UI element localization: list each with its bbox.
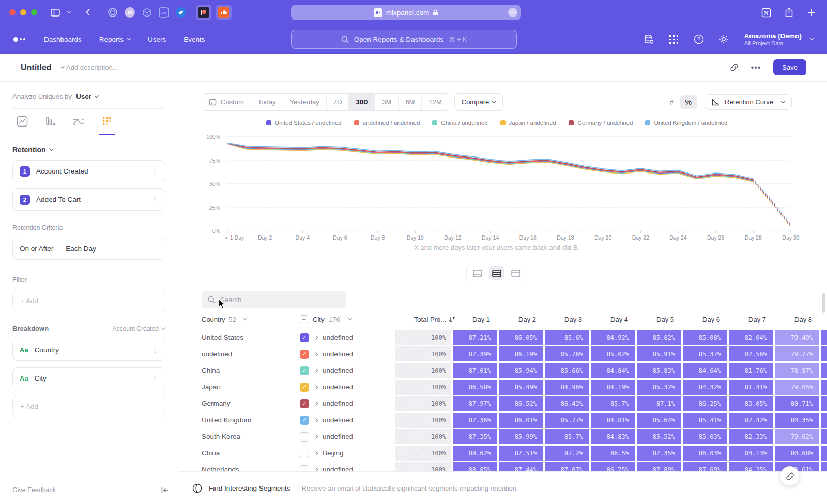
nav-item-dashboards[interactable]: Dashboards	[44, 36, 82, 43]
retention-day-cell[interactable]: 80.35%	[775, 413, 819, 428]
row-checkbox-checked[interactable]: ✓	[300, 416, 309, 425]
range-button-6m[interactable]: 6M	[399, 94, 422, 110]
analyze-value-dropdown[interactable]: User	[76, 92, 98, 100]
legend-item[interactable]: Germany / undefined	[569, 120, 633, 126]
day-column-header[interactable]: Day 7	[735, 316, 779, 323]
minimize-window-button[interactable]	[20, 9, 26, 15]
add-filter-button[interactable]: + Add	[12, 290, 165, 311]
step-options-icon[interactable]: ⋮	[151, 196, 158, 203]
day-column-header[interactable]: Day 1	[459, 316, 503, 323]
legend-item[interactable]: Japan / undefined	[500, 120, 556, 126]
day-column-header[interactable]: Day 3	[551, 316, 595, 323]
extension-m-icon[interactable]: m	[124, 6, 136, 19]
day-column-header[interactable]: Day 8	[781, 316, 825, 323]
row-city-cell[interactable]: undefined	[300, 429, 393, 444]
retention-day-cell[interactable]: 87.39%	[453, 346, 497, 361]
select-all-checkbox[interactable]: –	[300, 315, 308, 323]
retention-day-cell[interactable]: 86.03%	[683, 446, 727, 461]
retention-day-cell[interactable]: 82.33%	[729, 429, 773, 444]
retention-day-cell[interactable]: 86.01%	[499, 413, 543, 428]
retention-day-cell[interactable]: 85.66%	[545, 363, 589, 378]
range-button-yesterday[interactable]: Yesterday	[283, 94, 327, 110]
retention-day-cell[interactable]: 84.81%	[591, 413, 635, 428]
tab-retention[interactable]	[100, 109, 114, 135]
share-link-fab[interactable]	[780, 466, 800, 486]
tab-patreon-icon[interactable]	[196, 5, 211, 20]
more-options-icon[interactable]: •••	[751, 63, 761, 72]
chart-plot-area[interactable]	[225, 136, 793, 235]
row-city-cell[interactable]: Beijing	[300, 446, 393, 461]
retention-day-cell[interactable]: 85.6%	[545, 330, 589, 345]
retention-day-cell[interactable]: 84.19%	[591, 380, 635, 395]
compare-button[interactable]: Compare	[454, 93, 503, 111]
expand-row-icon[interactable]	[314, 352, 318, 356]
retention-step-card[interactable]: 1Account Created⋮	[12, 160, 165, 182]
segments-footer-title[interactable]: Find Interesting Segments	[209, 484, 290, 492]
retention-day-cell[interactable]: 85.82%	[637, 330, 681, 345]
retention-day-cell[interactable]: 85.02%	[591, 346, 635, 361]
retention-day-cell[interactable]: 79.05%	[775, 380, 819, 395]
retention-day-cell[interactable]: 86.25%	[683, 396, 727, 411]
legend-item[interactable]: United States / undefined	[266, 120, 342, 126]
help-icon[interactable]: ?	[693, 33, 705, 45]
close-window-button[interactable]	[9, 9, 16, 15]
row-city-cell[interactable]: ✓undefined	[300, 363, 393, 378]
retention-day-cell[interactable]: 87.2%	[545, 446, 589, 461]
extension-target-icon[interactable]	[106, 6, 119, 19]
retention-day-cell[interactable]: 82.04%	[729, 330, 773, 345]
expand-row-icon[interactable]	[314, 418, 318, 422]
retention-day-cell[interactable]: 88.62%	[453, 446, 497, 461]
retention-day-cell[interactable]: 87.1%	[637, 396, 681, 411]
retention-day-cell[interactable]: 85.7%	[545, 429, 589, 444]
retention-day-cell[interactable]: 84.64%	[683, 363, 727, 378]
retention-day-cell[interactable]: 85.08%	[683, 330, 727, 345]
new-tab-icon[interactable]	[805, 6, 818, 19]
retention-day-cell[interactable]: 87.35%	[637, 446, 681, 461]
collapse-sidebar-icon[interactable]	[161, 487, 169, 493]
row-checkbox-unchecked[interactable]	[300, 432, 309, 442]
row-checkbox-checked[interactable]: ✓	[300, 399, 309, 408]
retention-day-cell[interactable]: 85.03%	[683, 429, 727, 444]
day-column-header[interactable]: Day 5	[643, 316, 687, 323]
city-column-header[interactable]: – City176	[300, 315, 393, 323]
retention-day-cell[interactable]: 85.76%	[545, 346, 589, 361]
tab-flows[interactable]	[71, 109, 86, 135]
range-button-30d[interactable]: 30D	[349, 94, 375, 110]
retention-day-cell[interactable]: 80.71%	[775, 396, 819, 411]
breakdown-scope-dropdown[interactable]: Account Created	[113, 325, 165, 333]
retention-day-cell[interactable]: 85.37%	[683, 346, 727, 361]
mixpanel-logo[interactable]	[13, 37, 25, 42]
expand-row-icon[interactable]	[314, 451, 318, 455]
nav-item-reports[interactable]: Reports	[99, 36, 130, 43]
tab-dropdown-chevron-icon[interactable]	[66, 6, 72, 19]
table-search-input[interactable]	[220, 296, 324, 304]
copy-link-icon[interactable]	[730, 63, 739, 72]
row-checkbox-checked[interactable]: ✓	[300, 366, 309, 375]
day-column-header[interactable]: Day 4	[597, 316, 641, 323]
view-table-only-button[interactable]	[509, 266, 523, 280]
percent-toggle[interactable]: %	[680, 95, 697, 109]
retention-day-cell[interactable]: 84.83%	[591, 429, 635, 444]
absolute-numbers-toggle[interactable]: #	[664, 95, 680, 109]
address-bar[interactable]: mixpanel.com •••	[291, 5, 521, 20]
row-city-cell[interactable]: ✓undefined	[300, 330, 393, 345]
expand-row-icon[interactable]	[314, 401, 318, 405]
share-icon[interactable]	[783, 6, 795, 19]
expand-row-icon[interactable]	[314, 434, 318, 438]
report-title[interactable]: Untitled	[21, 63, 52, 72]
total-column-header[interactable]: Total Pro...	[402, 316, 457, 323]
legend-item[interactable]: United Kingdom / undefined	[645, 120, 727, 126]
retention-day-cell[interactable]: 85.83%	[637, 363, 681, 378]
tab-insights[interactable]	[16, 109, 29, 135]
criteria-mode[interactable]: On or After	[20, 245, 53, 253]
retention-day-cell[interactable]: 82.42%	[729, 413, 773, 428]
table-vertical-scrollbar[interactable]	[822, 293, 825, 313]
row-city-cell[interactable]: ✓undefined	[300, 346, 393, 361]
retention-day-cell[interactable]: 87.35%	[453, 429, 497, 444]
add-breakdown-button[interactable]: + Add	[12, 396, 165, 417]
retention-day-cell[interactable]: 86.43%	[545, 396, 589, 411]
chart-type-dropdown[interactable]: Retention Curve	[705, 94, 792, 110]
range-button-today[interactable]: Today	[251, 94, 283, 110]
retention-day-cell[interactable]: 87.97%	[453, 396, 497, 411]
global-search-button[interactable]: Open Reports & Dashboards ⌘ + K	[291, 30, 517, 49]
